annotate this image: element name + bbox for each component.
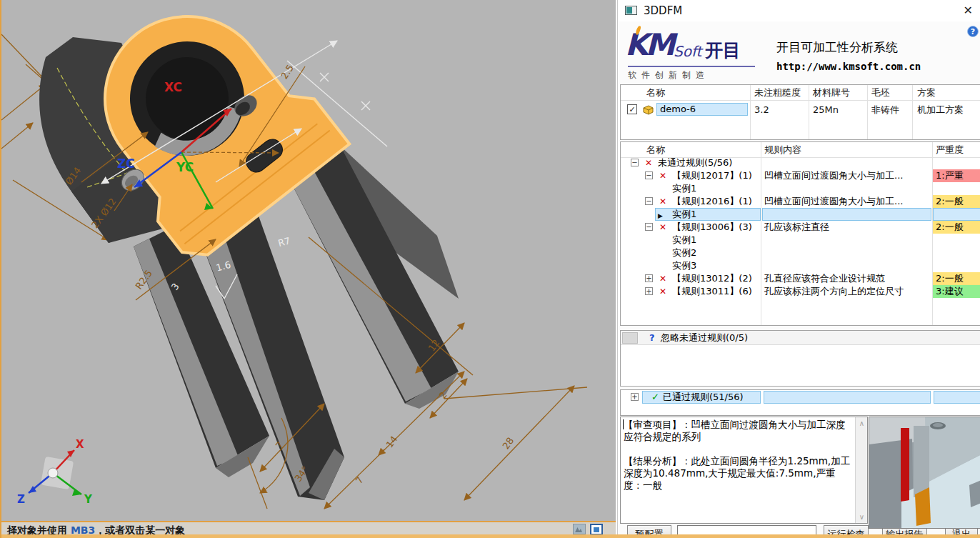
table-row[interactable]: − ✕ 【规则12017】(1) 凹槽立面间过渡圆角大小与加工... 1:严重 (621, 169, 980, 182)
passed-rules-cell[interactable] (934, 391, 980, 404)
severity-badge: 2:一般 (933, 195, 980, 208)
instance-label[interactable]: 实例2 (672, 246, 696, 259)
expand-icon[interactable]: + (631, 393, 639, 401)
triad-z-label: Z (17, 493, 25, 506)
fail-icon: ✕ (645, 156, 652, 169)
wcs-yc-label: YC (176, 160, 194, 174)
pass-check-icon: ✓ (651, 392, 659, 403)
rule-content: 孔应该标注两个方向上的定位尺寸 (764, 285, 904, 298)
rule-label[interactable]: 【规则12016】(1) (672, 195, 752, 208)
dialog-titlebar[interactable]: 3DDFM ✕ (618, 0, 980, 21)
col-rule-content[interactable]: 规则内容 (764, 142, 801, 157)
expand-icon[interactable]: + (645, 274, 653, 282)
issue-preview-image[interactable] (869, 417, 980, 529)
table-row[interactable]: − ✕ 【规则12016】(1) 凹槽立面间过渡圆角大小与加工... 2:一般 (621, 195, 980, 208)
collapse-icon[interactable]: − (645, 171, 653, 179)
question-icon: ? (649, 331, 655, 345)
rule-group-label[interactable]: 未通过规则(5/56) (658, 156, 732, 169)
rule-content: 孔直径应该符合企业设计规范 (764, 272, 885, 285)
parts-table: 名称 未注粗糙度 材料牌号 毛坯 方案 ✓ demo-6 3.2 25Mn 非铸… (620, 84, 980, 140)
fail-icon: ✕ (659, 272, 666, 285)
ignored-rules-section: ? 忽略未通过规则(0/5) (620, 330, 980, 387)
part-material: 25Mn (813, 104, 839, 116)
rule-label[interactable]: 【规则13011】(6) (672, 285, 752, 298)
scroll-down-icon[interactable]: ∨ (856, 511, 868, 523)
dialog-title: 3DDFM (644, 4, 682, 17)
result-analysis-text: 【结果分析】：此处立面间圆角半径为1.25mm,加工深度为10.487mm,大于… (624, 455, 853, 492)
ignored-rules-label[interactable]: 忽略未通过规则(0/5) (661, 331, 748, 345)
table-row[interactable]: + ✕ 【规则13012】(2) 孔直径应该符合企业设计规范 2:一般 (621, 272, 980, 285)
window-display-icon[interactable] (590, 524, 603, 535)
rule-label[interactable]: 【规则13006】(3) (672, 221, 752, 234)
rule-label[interactable]: 【规则12017】(1) (672, 169, 752, 182)
part-roughness: 3.2 (754, 104, 769, 116)
table-row[interactable]: 实例1 (621, 182, 980, 195)
ignored-rules-bar[interactable]: ? 忽略未通过规则(0/5) (621, 331, 980, 345)
help-icon[interactable]: ? (967, 26, 979, 37)
table-row-selected[interactable]: ▶ 实例1 (621, 208, 980, 221)
rule-content: 孔应该标注直径 (764, 221, 829, 234)
app-window: 2.5 Ø14 2X Ø12 R2.5 12 2 14 7 34° 7 28 3… (0, 0, 980, 538)
row-header-stub (622, 332, 638, 344)
instance-label[interactable]: 实例1 (672, 208, 696, 221)
brand-logo: KM (625, 30, 672, 60)
passed-rules-section: + ✓ 已通过规则(51/56) (620, 389, 980, 416)
col-plan[interactable]: 方案 (917, 85, 936, 100)
table-row[interactable]: 实例1 (621, 234, 980, 246)
table-row[interactable]: + ✕ 【规则13011】(6) 孔应该标注两个方向上的定位尺寸 3:建议 (621, 285, 980, 298)
col-blank[interactable]: 毛坯 (871, 85, 890, 100)
scroll-up-icon[interactable]: ∧ (856, 417, 868, 429)
window-border-bottom (1, 534, 980, 538)
review-item-text: 【审查项目】：凹槽立面间过渡圆角大小与加工深度应符合规定的系列 (624, 419, 853, 443)
passed-rules-label[interactable]: 已通过规则(51/56) (663, 392, 744, 403)
collapse-icon[interactable]: − (645, 197, 653, 205)
instance-label[interactable]: 实例3 (672, 259, 696, 272)
severity-badge: 3:建议 (933, 285, 980, 298)
product-url[interactable]: http://www.kmsoft.com.cn (776, 61, 921, 72)
col-material[interactable]: 材料牌号 (813, 85, 850, 100)
close-icon[interactable]: ✕ (964, 4, 973, 17)
severity-badge: 1:严重 (933, 169, 980, 182)
cad-viewport[interactable]: 2.5 Ø14 2X Ø12 R2.5 12 2 14 7 34° 7 28 3… (1, 0, 616, 538)
part-name[interactable]: demo-6 (656, 103, 748, 116)
dfm-panel: 3DDFM ✕ KM Soft 开目 软件创新制造 开目可加工性分析系统 htt… (617, 0, 980, 538)
severity-badge: 2:一般 (933, 221, 980, 234)
details-scrollbar[interactable]: ∧ ∨ (855, 417, 867, 523)
fail-icon: ✕ (659, 285, 666, 298)
passed-rules-cell[interactable]: ✓ 已通过规则(51/56) (642, 391, 761, 404)
instance-label[interactable]: 实例1 (672, 182, 696, 195)
rule-content: 凹槽立面间过渡圆角大小与加工... (764, 169, 903, 182)
expand-icon[interactable]: + (645, 287, 653, 295)
rule-label[interactable]: 【规则13012】(2) (672, 272, 752, 285)
product-name: 开目可加工性分析系统 (776, 39, 898, 56)
part-cube-icon (643, 104, 654, 114)
brand-slogan: 软件创新制造 (628, 66, 755, 81)
rules-tree: 名称 规则内容 严重度 − ✕ 未通过规则(5/56) − ✕ 【规则12017… (620, 141, 980, 326)
instance-label[interactable]: 实例1 (672, 234, 696, 246)
fail-icon: ✕ (659, 169, 666, 182)
col-name[interactable]: 名称 (646, 85, 665, 100)
3d-model-view[interactable]: 2.5 Ø14 2X Ø12 R2.5 12 2 14 7 34° 7 28 3… (1, 0, 616, 521)
fail-icon: ✕ (659, 221, 666, 234)
app-icon (625, 6, 637, 15)
collapse-icon[interactable]: − (645, 223, 653, 231)
table-row[interactable]: − ✕ 未通过规则(5/56) (621, 156, 980, 169)
passed-rules-cell[interactable] (764, 391, 931, 404)
snapshot-icon[interactable] (573, 524, 586, 534)
table-row[interactable]: 实例3 (621, 259, 980, 272)
details-pane[interactable]: 【审查项目】：凹槽立面间过渡圆角大小与加工深度应符合规定的系列 【结果分析】：此… (620, 417, 868, 524)
col-roughness[interactable]: 未注粗糙度 (754, 85, 801, 100)
part-plan: 机加工方案 (917, 104, 964, 116)
wcs-xc-label: XC (164, 80, 182, 94)
triad-y-label: Y (84, 493, 93, 506)
wcs-zc-label: ZC (117, 156, 135, 171)
col-severity[interactable]: 严重度 (936, 142, 964, 157)
col-rule-name[interactable]: 名称 (646, 142, 665, 157)
table-row[interactable]: 实例2 (621, 246, 980, 259)
brand-soft: Soft (674, 43, 701, 60)
table-row[interactable]: − ✕ 【规则13006】(3) 孔应该标注直径 2:一般 (621, 221, 980, 234)
fail-icon: ✕ (659, 195, 666, 208)
part-checkbox[interactable]: ✓ (627, 104, 637, 114)
severity-badge: 2:一般 (933, 272, 980, 285)
collapse-icon[interactable]: − (631, 159, 639, 166)
